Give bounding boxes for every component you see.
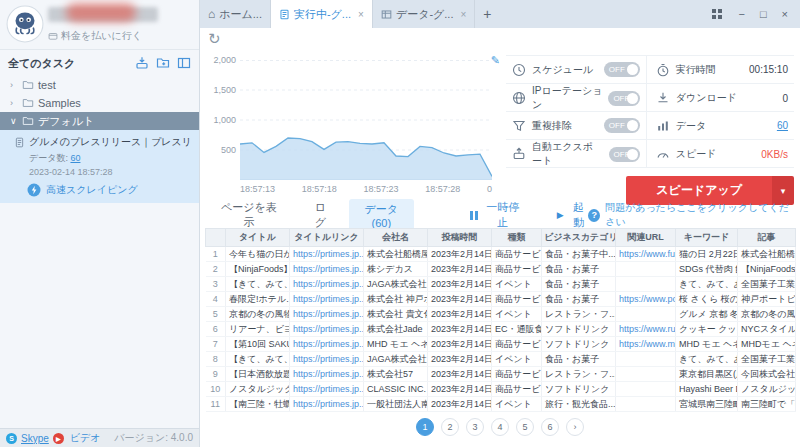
table-cell[interactable]: 株式会社 貴文化 <box>364 307 428 322</box>
column-header[interactable]: 投稿時間 <box>428 229 492 247</box>
table-cell[interactable] <box>616 352 676 367</box>
octopus-avatar[interactable] <box>6 5 44 43</box>
table-cell[interactable]: 食品・お菓子 <box>542 262 616 277</box>
table-cell[interactable]: 京都の冬の風物... <box>738 307 796 322</box>
table-row[interactable]: 6リアーナ、ビヨ...https://prtimes.jp...株式会社Jade… <box>206 322 796 337</box>
table-cell[interactable]: 食品・お菓子 <box>542 277 616 292</box>
skype-icon[interactable]: S <box>6 433 17 444</box>
table-cell[interactable]: クッキー クッキ... <box>676 322 738 337</box>
dedup-toggle[interactable]: OFF <box>604 118 640 133</box>
table-cell[interactable]: 2023年2月14日 <box>428 382 492 397</box>
table-row[interactable]: 2【NinjaFoods】...https://prtimes.jp...株シデ… <box>206 262 796 277</box>
table-cell[interactable]: 京都の冬の風物... <box>226 307 290 322</box>
table-cell[interactable]: 今年も猫の日が... <box>226 247 290 262</box>
table-cell[interactable]: ノスタルジック... <box>738 382 796 397</box>
table-cell[interactable]: 【日本酒飲放題... <box>226 367 290 382</box>
column-header[interactable] <box>206 229 226 247</box>
table-cell[interactable]: CLASSIC INC. <box>364 382 428 397</box>
folder-samples[interactable]: › Samples <box>0 94 199 112</box>
data-count-value[interactable]: 60 <box>70 153 80 163</box>
table-cell[interactable]: レストラン・フ... <box>542 307 616 322</box>
table-row[interactable]: 9【日本酒飲放題...https://prtimes.jp...株式会社5720… <box>206 367 796 382</box>
video-link[interactable]: ビデオ <box>70 431 101 445</box>
table-cell[interactable]: 株シデカス <box>364 262 428 277</box>
tab-data[interactable]: データ-グ... × <box>373 0 475 28</box>
table-cell[interactable]: https://prtimes.jp... <box>290 292 364 307</box>
table-cell[interactable]: 東京都目黒区(店... <box>676 367 738 382</box>
table-cell[interactable]: 食品・お菓子 <box>542 292 616 307</box>
table-cell[interactable]: 食品・お菓子 <box>542 352 616 367</box>
table-cell[interactable]: 2023年2月14日 <box>428 337 492 352</box>
table-cell[interactable]: https://prtimes.jp... <box>290 277 364 292</box>
table-cell[interactable]: 2023年2月14日 <box>428 247 492 262</box>
task-item[interactable]: グルメのプレスリリース｜プレスリリース... データ数: 60 2023-02-… <box>0 130 199 203</box>
table-cell[interactable]: 2023年2月14日 <box>428 367 492 382</box>
column-header[interactable]: タイトル <box>226 229 290 247</box>
table-cell[interactable]: イベント <box>492 397 542 412</box>
maximize-icon[interactable]: □ <box>760 8 767 20</box>
table-cell[interactable]: 旅行・観光食品... <box>542 397 616 412</box>
table-cell[interactable]: https://prtimes.jp... <box>290 337 364 352</box>
table-cell[interactable] <box>616 382 676 397</box>
table-cell[interactable]: 全国菓子工業協... <box>738 352 796 367</box>
table-cell[interactable]: 全国菓子工業協... <box>738 277 796 292</box>
table-cell[interactable]: 【南三陸・牡蠣... <box>226 397 290 412</box>
table-row[interactable]: 4春限定!ホテル...https://prtimes.jp...株式会社 神戸ポ… <box>206 292 796 307</box>
table-cell[interactable] <box>616 307 676 322</box>
table-cell[interactable]: MHD モエ ヘネ... <box>364 337 428 352</box>
table-cell[interactable] <box>616 262 676 277</box>
table-cell[interactable]: 株式会社Jade <box>364 322 428 337</box>
table-cell[interactable]: https://www.mhd... <box>616 337 676 352</box>
table-cell[interactable]: 【第10回 SAKU... <box>226 337 290 352</box>
table-cell[interactable] <box>616 397 676 412</box>
table-cell[interactable]: https://prtimes.jp... <box>290 352 364 367</box>
table-cell[interactable] <box>616 367 676 382</box>
table-cell[interactable]: https://prtimes.jp... <box>290 367 364 382</box>
table-cell[interactable]: 猫の日 2月22日... <box>676 247 738 262</box>
table-cell[interactable]: ソフトドリンク <box>542 382 616 397</box>
skype-link[interactable]: Skype <box>21 433 49 444</box>
edit-icon[interactable]: ✎ <box>491 54 500 67</box>
table-cell[interactable]: 2023年2月14日 <box>428 397 492 412</box>
tab-home[interactable]: ⌂ ホーム... <box>200 0 271 28</box>
column-header[interactable]: 会社名 <box>364 229 428 247</box>
column-header[interactable]: 種類 <box>492 229 542 247</box>
tab-close-icon[interactable]: × <box>460 9 466 20</box>
table-cell[interactable]: 2023年2月14日 <box>428 352 492 367</box>
table-cell[interactable]: 【きて、みて、... <box>226 352 290 367</box>
table-cell[interactable]: 【NinjaFoods】... <box>226 262 290 277</box>
table-cell[interactable]: 一般社団法人南... <box>364 397 428 412</box>
pause-button[interactable]: 一時停止 <box>470 200 523 230</box>
table-cell[interactable]: ソフトドリンク <box>542 337 616 352</box>
apps-grid-icon[interactable] <box>711 8 723 20</box>
table-cell[interactable]: MHDモエ ヘネ... <box>738 337 796 352</box>
table-cell[interactable]: https://prtimes.jp... <box>290 307 364 322</box>
table-cell[interactable]: きて、みて、あそ... <box>676 277 738 292</box>
table-cell[interactable]: EC・通販食品・ <box>492 322 542 337</box>
table-cell[interactable]: 春限定!ホテル... <box>226 292 290 307</box>
table-cell[interactable]: イベント <box>492 352 542 367</box>
table-cell[interactable]: https://www.port... <box>616 292 676 307</box>
table-row[interactable]: 5京都の冬の風物...https://prtimes.jp...株式会社 貴文化… <box>206 307 796 322</box>
table-cell[interactable]: ソフトドリンク <box>542 322 616 337</box>
table-row[interactable]: 3【きて、みて、...https://prtimes.jp...JAGA株式会社… <box>206 277 796 292</box>
table-row[interactable]: 10ノスタルジック...https://prtimes.jp...CLASSIC… <box>206 382 796 397</box>
table-cell[interactable]: JAGA株式会社 <box>364 277 428 292</box>
page-button[interactable]: 3 <box>466 418 484 436</box>
table-cell[interactable]: 株式会社船橋屋... <box>738 247 796 262</box>
table-cell[interactable]: JAGA株式会社 <box>364 352 428 367</box>
page-button[interactable]: 4 <box>491 418 509 436</box>
tab-data-view[interactable]: データ(60) <box>349 199 414 232</box>
table-cell[interactable]: 商品サービス <box>492 367 542 382</box>
table-cell[interactable]: グルメ 京都 冬... <box>676 307 738 322</box>
table-cell[interactable]: 食品・お菓子中... <box>542 247 616 262</box>
column-header[interactable]: ビジネスカテゴリ <box>542 229 616 247</box>
ip-rotation-toggle[interactable]: OFF <box>608 91 639 106</box>
panel-layout-icon[interactable] <box>177 56 191 70</box>
table-cell[interactable]: 株式会社57 <box>364 367 428 382</box>
table-cell[interactable]: 桜 さくら 桜の花... <box>676 292 738 307</box>
table-cell[interactable]: 2023年2月14日 <box>428 277 492 292</box>
help-link[interactable]: ? 問題があったらここをクリックしてください <box>588 201 794 229</box>
auto-export-toggle[interactable]: OFF <box>609 147 640 162</box>
page-button[interactable]: 1 <box>416 418 434 436</box>
